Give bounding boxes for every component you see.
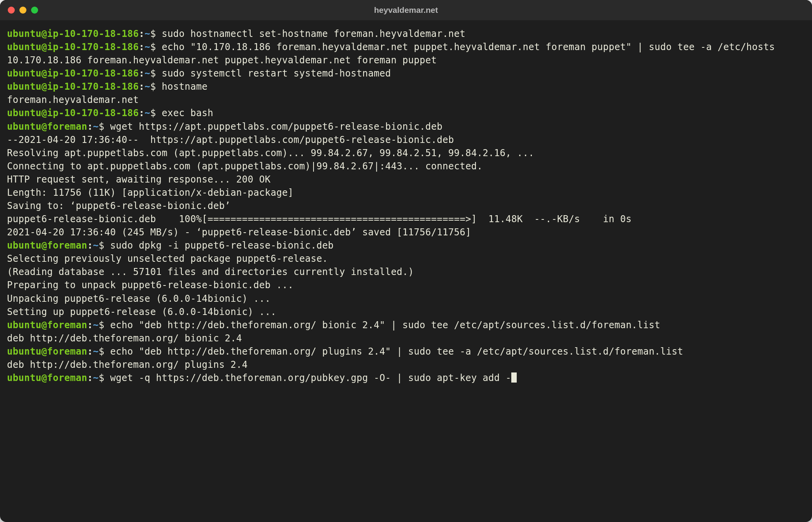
command-text: wget -q https://deb.theforeman.org/pubke… <box>105 372 511 383</box>
prompt-symbol: $ <box>150 81 156 92</box>
prompt-user: ubuntu <box>7 42 42 52</box>
prompt-host: @ <box>42 81 47 92</box>
prompt-host: @ <box>42 240 47 251</box>
prompt-colon: : <box>87 372 93 383</box>
traffic-lights <box>8 7 38 14</box>
prompt-host: @ <box>42 320 47 331</box>
command-text: echo "deb http://deb.theforeman.org/ bio… <box>105 320 660 331</box>
prompt-user: ubuntu <box>7 81 42 92</box>
output-text: 2021-04-20 17:36:40 (245 MB/s) - ‘puppet… <box>7 226 805 239</box>
prompt-host: @ <box>42 108 47 118</box>
output-text: puppet6-release-bionic.deb 100%[========… <box>7 212 805 226</box>
output-text: Selecting previously unselected package … <box>7 252 805 265</box>
prompt-symbol: $ <box>99 320 105 331</box>
prompt-host: @ <box>42 68 47 79</box>
terminal-line: ubuntu@foreman:~$ sudo dpkg -i puppet6-r… <box>7 239 805 252</box>
output-text: Connecting to apt.puppetlabs.com (apt.pu… <box>7 160 805 173</box>
prompt-user: ubuntu <box>7 108 42 118</box>
prompt-path: ~ <box>145 108 150 118</box>
prompt-path: ~ <box>93 320 99 331</box>
prompt-colon: : <box>139 81 145 92</box>
prompt-user: ubuntu <box>7 372 42 383</box>
prompt-colon: : <box>139 42 145 52</box>
prompt-symbol: $ <box>150 42 156 52</box>
terminal-line: ubuntu@foreman:~$ wget -q https://deb.th… <box>7 371 805 385</box>
prompt-user: ubuntu <box>7 346 42 357</box>
terminal-line: ubuntu@foreman:~$ echo "deb http://deb.t… <box>7 318 805 332</box>
titlebar: heyvaldemar.net <box>0 0 812 20</box>
prompt-user: ubuntu <box>7 68 42 79</box>
terminal-body[interactable]: ubuntu@ip-10-170-18-186:~$ sudo hostname… <box>0 20 812 522</box>
terminal-line: ubuntu@ip-10-170-18-186:~$ sudo systemct… <box>7 67 805 80</box>
command-text: sudo hostnamectl set-hostname foreman.he… <box>156 28 465 39</box>
prompt-colon: : <box>139 68 145 79</box>
terminal-line: ubuntu@ip-10-170-18-186:~$ echo "10.170.… <box>7 40 805 54</box>
prompt-hostname: foreman <box>47 240 87 251</box>
output-text: Saving to: ‘puppet6-release-bionic.deb’ <box>7 199 805 212</box>
prompt-hostname: ip-10-170-18-186 <box>47 81 139 92</box>
prompt-hostname: foreman <box>47 346 87 357</box>
close-icon[interactable] <box>8 7 15 14</box>
command-text: echo "10.170.18.186 foreman.heyvaldemar.… <box>156 42 775 52</box>
output-text: Preparing to unpack puppet6-release-bion… <box>7 278 805 292</box>
prompt-symbol: $ <box>99 121 105 132</box>
cursor-icon <box>511 372 517 383</box>
prompt-colon: : <box>87 346 93 357</box>
prompt-host: @ <box>42 372 47 383</box>
prompt-host: @ <box>42 346 47 357</box>
prompt-path: ~ <box>93 121 99 132</box>
prompt-host: @ <box>42 28 47 39</box>
prompt-symbol: $ <box>99 346 105 357</box>
command-text: sudo dpkg -i puppet6-release-bionic.deb <box>105 240 334 251</box>
prompt-hostname: ip-10-170-18-186 <box>47 68 139 79</box>
prompt-hostname: ip-10-170-18-186 <box>47 42 139 52</box>
terminal-line: ubuntu@foreman:~$ wget https://apt.puppe… <box>7 120 805 133</box>
prompt-symbol: $ <box>150 28 156 39</box>
prompt-user: ubuntu <box>7 320 42 331</box>
terminal-line: ubuntu@ip-10-170-18-186:~$ exec bash <box>7 106 805 120</box>
prompt-symbol: $ <box>150 108 156 118</box>
prompt-user: ubuntu <box>7 240 42 251</box>
command-text: echo "deb http://deb.theforeman.org/ plu… <box>105 346 683 357</box>
terminal-window: heyvaldemar.net ubuntu@ip-10-170-18-186:… <box>0 0 812 522</box>
terminal-line: ubuntu@ip-10-170-18-186:~$ hostname <box>7 80 805 93</box>
prompt-symbol: $ <box>99 240 105 251</box>
prompt-colon: : <box>87 240 93 251</box>
output-text: (Reading database ... 57101 files and di… <box>7 265 805 278</box>
minimize-icon[interactable] <box>19 7 26 14</box>
prompt-hostname: ip-10-170-18-186 <box>47 108 139 118</box>
prompt-hostname: foreman <box>47 121 87 132</box>
prompt-colon: : <box>87 121 93 132</box>
prompt-path: ~ <box>93 372 99 383</box>
prompt-path: ~ <box>93 240 99 251</box>
prompt-hostname: foreman <box>47 320 87 331</box>
output-text: Resolving apt.puppetlabs.com (apt.puppet… <box>7 146 805 160</box>
prompt-hostname: foreman <box>47 372 87 383</box>
output-text: deb http://deb.theforeman.org/ bionic 2.… <box>7 332 805 345</box>
prompt-host: @ <box>42 42 47 52</box>
command-text: exec bash <box>156 108 214 118</box>
prompt-path: ~ <box>93 346 99 357</box>
output-text: 10.170.18.186 foreman.heyvaldemar.net pu… <box>7 54 805 67</box>
prompt-colon: : <box>139 28 145 39</box>
output-text: HTTP request sent, awaiting response... … <box>7 173 805 186</box>
prompt-path: ~ <box>145 42 150 52</box>
prompt-host: @ <box>42 121 47 132</box>
terminal-line: ubuntu@foreman:~$ echo "deb http://deb.t… <box>7 345 805 358</box>
terminal-line: ubuntu@ip-10-170-18-186:~$ sudo hostname… <box>7 27 805 40</box>
maximize-icon[interactable] <box>31 7 38 14</box>
command-text: sudo systemctl restart systemd-hostnamed <box>156 68 391 79</box>
prompt-user: ubuntu <box>7 28 42 39</box>
prompt-path: ~ <box>145 68 150 79</box>
output-text: --2021-04-20 17:36:40-- https://apt.pupp… <box>7 133 805 146</box>
output-text: Length: 11756 (11K) [application/x-debia… <box>7 186 805 199</box>
prompt-symbol: $ <box>99 372 105 383</box>
prompt-symbol: $ <box>150 68 156 79</box>
output-text: Unpacking puppet6-release (6.0.0-14bioni… <box>7 292 805 305</box>
prompt-colon: : <box>139 108 145 118</box>
output-text: deb http://deb.theforeman.org/ plugins 2… <box>7 358 805 371</box>
command-text: wget https://apt.puppetlabs.com/puppet6-… <box>105 121 443 132</box>
command-text: hostname <box>156 81 208 92</box>
prompt-path: ~ <box>145 28 150 39</box>
prompt-colon: : <box>87 320 93 331</box>
